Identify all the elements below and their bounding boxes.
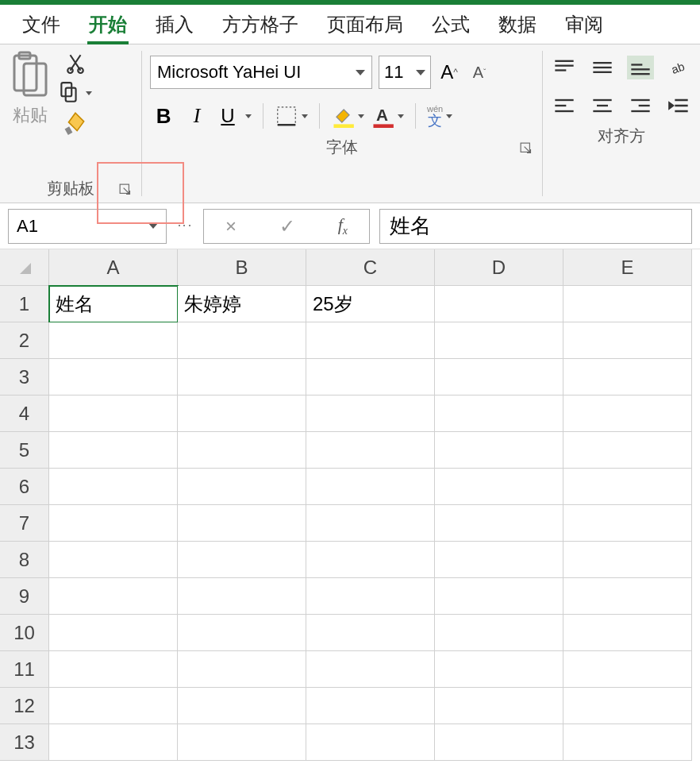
- cell-E12[interactable]: [563, 688, 692, 724]
- format-painter-button[interactable]: [63, 111, 87, 135]
- cell-D13[interactable]: [435, 724, 563, 761]
- column-header[interactable]: B: [178, 249, 306, 286]
- copy-button[interactable]: [59, 81, 92, 105]
- fill-color-button[interactable]: [331, 104, 364, 128]
- row-header[interactable]: 8: [0, 542, 49, 578]
- align-top-button[interactable]: [551, 56, 578, 79]
- tab-insert[interactable]: 插入: [141, 6, 208, 44]
- cell-B6[interactable]: [178, 469, 306, 505]
- cell-D5[interactable]: [435, 432, 563, 469]
- sheet-grid[interactable]: ABCDE1姓名朱婷婷25岁2345678910111213: [0, 249, 700, 761]
- column-header[interactable]: D: [435, 249, 563, 286]
- cell-A6[interactable]: [49, 469, 178, 505]
- row-header[interactable]: 4: [0, 396, 49, 432]
- row-header[interactable]: 13: [0, 724, 49, 761]
- cell-E7[interactable]: [563, 505, 692, 542]
- cell-C6[interactable]: [306, 469, 435, 505]
- row-header[interactable]: 6: [0, 469, 49, 505]
- tab-file[interactable]: 文件: [8, 6, 75, 44]
- cell-C10[interactable]: [306, 615, 435, 651]
- cell-B4[interactable]: [178, 396, 306, 432]
- row-header[interactable]: 3: [0, 359, 49, 396]
- fx-button[interactable]: fx: [338, 214, 348, 237]
- cell-E3[interactable]: [563, 359, 692, 396]
- cell-B3[interactable]: [178, 359, 306, 396]
- increase-font-button[interactable]: A^: [437, 60, 461, 84]
- cell-E2[interactable]: [563, 322, 692, 359]
- align-middle-button[interactable]: [589, 56, 616, 79]
- select-all-corner[interactable]: [0, 249, 49, 286]
- cell-A13[interactable]: [49, 724, 178, 761]
- cell-B5[interactable]: [178, 432, 306, 469]
- cell-C1[interactable]: 25岁: [306, 286, 435, 322]
- cell-A10[interactable]: [49, 615, 178, 651]
- cell-B11[interactable]: [178, 651, 306, 688]
- cell-E5[interactable]: [563, 432, 692, 469]
- cell-A5[interactable]: [49, 432, 178, 469]
- row-header[interactable]: 11: [0, 651, 49, 688]
- cell-B12[interactable]: [178, 688, 306, 724]
- paste-icon[interactable]: [8, 51, 52, 100]
- cell-A8[interactable]: [49, 542, 178, 578]
- cell-A11[interactable]: [49, 651, 178, 688]
- cell-C3[interactable]: [306, 359, 435, 396]
- cell-E1[interactable]: [563, 286, 692, 322]
- align-right-button[interactable]: [627, 94, 654, 118]
- cell-D12[interactable]: [435, 688, 563, 724]
- cell-C5[interactable]: [306, 432, 435, 469]
- tab-data[interactable]: 数据: [484, 6, 551, 44]
- cell-B10[interactable]: [178, 615, 306, 651]
- row-header[interactable]: 7: [0, 505, 49, 542]
- orientation-button[interactable]: ab: [665, 56, 692, 79]
- cell-D1[interactable]: [435, 286, 563, 322]
- row-header[interactable]: 5: [0, 432, 49, 469]
- italic-button[interactable]: I: [183, 104, 210, 128]
- font-name-selector[interactable]: Microsoft YaHei UI: [150, 56, 372, 89]
- underline-button[interactable]: U: [217, 105, 239, 127]
- cell-D6[interactable]: [435, 469, 563, 505]
- row-header[interactable]: 12: [0, 688, 49, 724]
- row-header[interactable]: 1: [0, 286, 49, 322]
- cell-E6[interactable]: [563, 469, 692, 505]
- row-header[interactable]: 2: [0, 322, 49, 359]
- phonetic-button[interactable]: wén 文: [427, 105, 452, 128]
- cell-A12[interactable]: [49, 688, 178, 724]
- cut-button[interactable]: [65, 51, 86, 75]
- cell-C7[interactable]: [306, 505, 435, 542]
- tab-ffgz[interactable]: 方方格子: [208, 6, 313, 44]
- column-header[interactable]: C: [306, 249, 435, 286]
- cell-E4[interactable]: [563, 396, 692, 432]
- enter-button[interactable]: ✓: [279, 215, 295, 237]
- align-left-button[interactable]: [551, 94, 578, 118]
- cell-D7[interactable]: [435, 505, 563, 542]
- border-button[interactable]: [275, 104, 308, 128]
- cell-B1[interactable]: 朱婷婷: [178, 286, 306, 322]
- cell-D4[interactable]: [435, 396, 563, 432]
- cell-B8[interactable]: [178, 542, 306, 578]
- cell-A7[interactable]: [49, 505, 178, 542]
- column-header[interactable]: A: [49, 249, 178, 286]
- cancel-button[interactable]: ×: [225, 215, 237, 237]
- cell-B9[interactable]: [178, 578, 306, 615]
- name-box[interactable]: A1: [8, 209, 167, 244]
- splitter-dots-icon[interactable]: ⋮: [176, 218, 194, 233]
- cell-B13[interactable]: [178, 724, 306, 761]
- tab-formulas[interactable]: 公式: [417, 6, 484, 44]
- cell-D11[interactable]: [435, 651, 563, 688]
- font-launcher-icon[interactable]: [520, 142, 534, 156]
- cell-A9[interactable]: [49, 578, 178, 615]
- row-header[interactable]: 9: [0, 578, 49, 615]
- cell-D10[interactable]: [435, 615, 563, 651]
- cell-B7[interactable]: [178, 505, 306, 542]
- chevron-down-icon[interactable]: [245, 114, 252, 118]
- bold-button[interactable]: B: [150, 104, 177, 129]
- clipboard-launcher-icon[interactable]: [119, 183, 133, 198]
- formula-input[interactable]: 姓名: [379, 209, 692, 244]
- cell-D9[interactable]: [435, 578, 563, 615]
- cell-C8[interactable]: [306, 542, 435, 578]
- tab-home[interactable]: 开始: [75, 6, 141, 44]
- align-bottom-button[interactable]: [627, 56, 654, 79]
- cell-C4[interactable]: [306, 396, 435, 432]
- cell-E9[interactable]: [563, 578, 692, 615]
- decrease-indent-button[interactable]: [665, 94, 692, 118]
